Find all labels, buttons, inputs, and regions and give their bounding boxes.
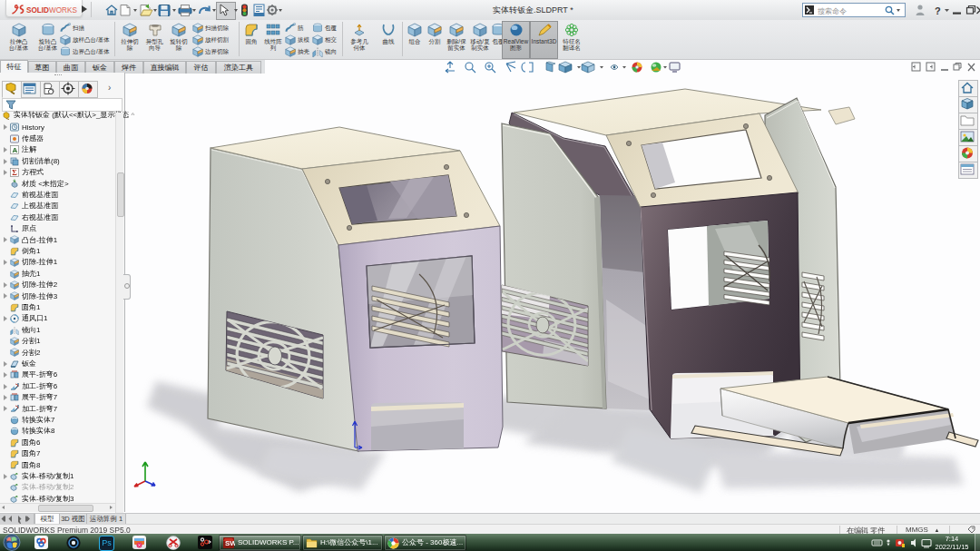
svg-text:?: ? [935, 5, 941, 16]
svg-text:SW: SW [225, 539, 235, 547]
svg-text:WORKS: WORKS [49, 6, 77, 15]
svg-text:SOLID: SOLID [26, 6, 49, 15]
